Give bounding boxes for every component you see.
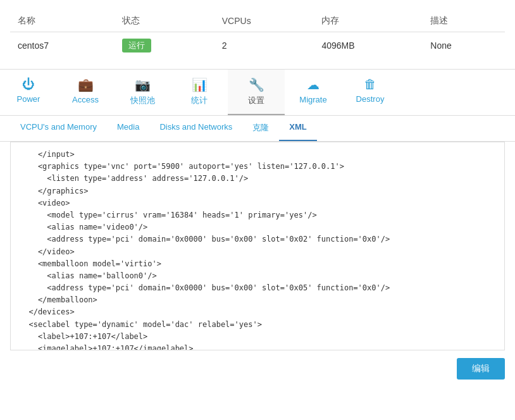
col-status: 状态 [115,10,214,32]
power-icon: ⏻ [22,77,35,92]
toolbar-item-destroy[interactable]: 🗑 Destroy [342,70,399,115]
settings-icon: 🔧 [249,77,264,92]
camera-icon: 📷 [135,77,151,92]
subtab-media[interactable]: Media [107,116,149,141]
col-description: 描述 [423,10,505,32]
subtab-clone[interactable]: 克隆 [242,116,279,141]
col-vcpus: VCPUs [214,10,314,32]
vm-description: None [423,32,505,59]
stats-icon: 📊 [192,77,208,92]
toolbar-item-access[interactable]: 💼 Access [57,70,114,115]
toolbar: ⏻ Power 💼 Access 📷 快照池 📊 统计 🔧 设置 ☁ Migra… [0,69,515,116]
subtabs: VCPU's and Memory Media Disks and Networ… [0,116,515,142]
toolbar-item-migrate[interactable]: ☁ Migrate [285,70,342,115]
toolbar-item-stats[interactable]: 📊 统计 [171,70,228,115]
xml-content[interactable]: </input> <graphics type='vnc' port='5900… [11,142,504,350]
vm-status: 运行 [115,32,214,59]
toolbar-item-settings[interactable]: 🔧 设置 [228,70,285,115]
migrate-icon: ☁ [307,77,320,92]
vm-name: centos7 [10,32,115,59]
toolbar-label-settings: 设置 [248,95,264,106]
subtab-vcpu[interactable]: VCPU's and Memory [10,116,107,141]
table-header-row: 名称 状态 VCPUs 内存 描述 [10,10,505,32]
vm-memory: 4096MB [314,32,423,59]
vm-vcpus: 2 [214,32,314,59]
col-memory: 内存 [314,10,423,32]
destroy-icon: 🗑 [364,77,376,92]
access-icon: 💼 [78,77,94,92]
toolbar-label-stats: 统计 [191,95,208,106]
toolbar-label-access: Access [72,95,99,104]
toolbar-label-power: Power [17,94,40,104]
vm-table: 名称 状态 VCPUs 内存 描述 centos7 运行 2 4096MB No… [10,10,505,59]
subtab-disks[interactable]: Disks and Networks [149,116,242,141]
vm-table-wrapper: 名称 状态 VCPUs 内存 描述 centos7 运行 2 4096MB No… [0,0,515,59]
table-row: centos7 运行 2 4096MB None [10,32,505,59]
col-name: 名称 [10,10,115,32]
footer: 编辑 [0,350,515,387]
toolbar-label-snapshots: 快照池 [130,95,155,106]
toolbar-label-destroy: Destroy [356,94,385,104]
subtab-xml[interactable]: XML [279,116,316,141]
toolbar-item-snapshots[interactable]: 📷 快照池 [114,70,171,115]
xml-area: </input> <graphics type='vnc' port='5900… [10,142,505,350]
toolbar-item-power[interactable]: ⏻ Power [0,70,57,115]
edit-button[interactable]: 编辑 [457,358,505,380]
status-badge: 运行 [122,39,151,52]
toolbar-label-migrate: Migrate [299,95,326,104]
